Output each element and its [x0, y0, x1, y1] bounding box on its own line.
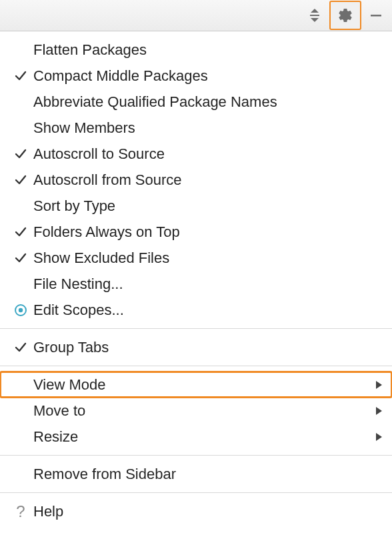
menu-item-label: Flatten Packages — [33, 43, 383, 57]
check-icon — [8, 341, 33, 354]
menu-item-label: Folders Always on Top — [33, 225, 383, 239]
svg-marker-0 — [311, 9, 319, 13]
check-icon — [8, 147, 33, 161]
menu-item-show-members[interactable]: Show Members — [0, 115, 392, 141]
menu-item-label: Move to — [33, 404, 375, 418]
svg-marker-6 — [376, 381, 382, 389]
menu-item-move-to[interactable]: Move to — [0, 398, 392, 424]
menu-item-autoscroll-from-source[interactable]: Autoscroll from Source — [0, 167, 392, 193]
menu-item-label: Abbreviate Qualified Package Names — [33, 95, 383, 109]
menu-item-label: File Nesting... — [33, 277, 383, 292]
svg-rect-1 — [310, 15, 319, 16]
menu-separator — [0, 455, 392, 456]
menu-item-view-mode[interactable]: View Mode — [0, 372, 392, 398]
menu-item-label: Sort by Type — [33, 199, 383, 213]
menu-item-label: Help — [33, 504, 383, 519]
menu-item-label: Resize — [33, 430, 375, 444]
menu-item-show-excluded-files[interactable]: Show Excluded Files — [0, 245, 392, 271]
submenu-arrow-icon — [375, 378, 383, 392]
check-icon — [8, 225, 33, 239]
menu-item-file-nesting[interactable]: File Nesting... — [0, 271, 392, 297]
svg-marker-7 — [376, 407, 382, 415]
menu-item-label: Autoscroll from Source — [33, 173, 383, 187]
menu-item-group-tabs[interactable]: Group Tabs — [0, 334, 392, 360]
svg-marker-8 — [376, 433, 382, 441]
check-icon — [8, 173, 33, 187]
help-icon: ? — [8, 504, 33, 520]
check-icon — [8, 251, 33, 265]
menu-item-folders-always-on-top[interactable]: Folders Always on Top — [0, 219, 392, 245]
menu-item-label: Edit Scopes... — [33, 303, 383, 318]
menu-item-sort-by-type[interactable]: Sort by Type — [0, 193, 392, 219]
collapse-expand-button[interactable] — [303, 3, 327, 27]
submenu-arrow-icon — [375, 430, 383, 444]
menu-item-label: Group Tabs — [33, 340, 383, 355]
menu-item-remove-from-sidebar[interactable]: Remove from Sidebar — [0, 461, 392, 487]
menu-item-compact-middle-packages[interactable]: Compact Middle Packages — [0, 63, 392, 89]
menu-item-resize[interactable]: Resize — [0, 424, 392, 450]
check-icon — [8, 69, 33, 83]
menu-item-label: Show Excluded Files — [33, 251, 383, 265]
menu-item-label: Compact Middle Packages — [33, 69, 383, 83]
submenu-arrow-icon — [375, 404, 383, 418]
menu-separator — [0, 328, 392, 329]
menu-item-label: Remove from Sidebar — [33, 467, 383, 482]
menu-item-flatten-packages[interactable]: Flatten Packages — [0, 37, 392, 63]
menu-item-autoscroll-to-source[interactable]: Autoscroll to Source — [0, 141, 392, 167]
menu-item-abbreviate-qualified-package-names[interactable]: Abbreviate Qualified Package Names — [0, 89, 392, 115]
radio-icon — [8, 304, 33, 317]
menu-item-edit-scopes[interactable]: Edit Scopes... — [0, 297, 392, 323]
gear-settings-button[interactable] — [329, 1, 361, 30]
minimize-button[interactable] — [364, 3, 388, 27]
menu-separator — [0, 366, 392, 366]
svg-point-5 — [19, 308, 23, 312]
svg-rect-3 — [371, 15, 381, 17]
menu-item-label: Autoscroll to Source — [33, 147, 383, 161]
settings-dropdown-menu: Flatten Packages Compact Middle Packages… — [0, 31, 392, 524]
menu-separator — [0, 492, 392, 493]
panel-toolbar — [0, 0, 392, 31]
svg-marker-2 — [311, 18, 319, 22]
menu-item-label: Show Members — [33, 121, 383, 135]
menu-item-label: View Mode — [33, 378, 375, 392]
menu-item-help[interactable]: ? Help — [0, 498, 392, 524]
